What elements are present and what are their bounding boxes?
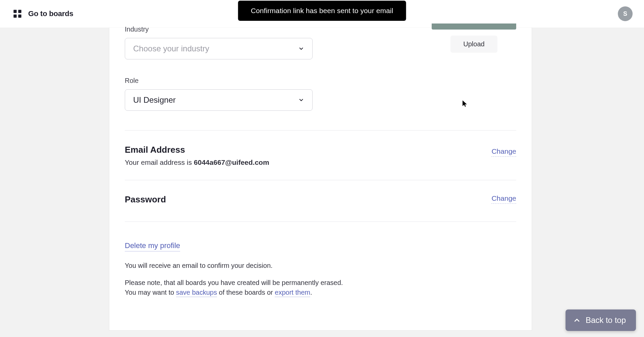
toast-notification: Confirmation link has been sent to your … [238,1,406,21]
email-line: Your email address is 6044a667@uifeed.co… [125,158,516,166]
svg-rect-1 [18,10,21,13]
role-label: Role [125,77,516,85]
delete-warn-2b: of these boards or [217,289,275,296]
go-to-boards-label: Go to boards [28,9,73,18]
password-section: Password Change [125,180,516,222]
avatar[interactable]: S [618,6,633,21]
email-heading: Email Address [125,145,516,155]
chevron-down-icon [298,46,304,52]
chevron-up-icon [573,316,581,324]
svg-rect-0 [13,10,16,13]
back-to-top-label: Back to top [586,316,626,325]
delete-warn-2c: . [310,289,312,296]
delete-confirm-note: You will receive an email to confirm you… [125,261,516,271]
export-them-link[interactable]: export them [275,289,310,297]
delete-warning: Please note, that all boards you have cr… [125,278,516,297]
change-email-link[interactable]: Change [491,147,516,157]
upload-column: Upload [432,23,516,53]
back-to-top-button[interactable]: Back to top [566,309,636,331]
password-heading: Password [125,194,516,205]
email-section: Email Address Your email address is 6044… [125,131,516,180]
delete-warn-line1: Please note, that all boards you have cr… [125,279,343,286]
delete-section: Delete my profile You will receive an em… [125,222,516,297]
role-select[interactable]: UI Designer [125,89,313,111]
go-to-boards-link[interactable]: Go to boards [13,9,73,18]
save-backups-link[interactable]: save backups [176,289,217,297]
delete-profile-link[interactable]: Delete my profile [125,241,180,251]
delete-warn-2a: You may want to [125,289,176,296]
profile-image-preview [432,23,516,30]
svg-rect-3 [18,14,21,17]
change-password-link[interactable]: Change [491,194,516,204]
email-prefix: Your email address is [125,158,194,166]
chevron-down-icon [298,97,304,103]
upload-button-label: Upload [463,40,484,48]
svg-rect-2 [13,14,16,17]
industry-placeholder: Choose your industry [133,44,209,53]
boards-grid-icon [13,9,22,18]
email-address: 6044a667@uifeed.com [194,158,269,166]
industry-select[interactable]: Choose your industry [125,38,313,59]
upload-button[interactable]: Upload [450,36,497,53]
settings-card: Industry Choose your industry Role UI De… [109,28,532,330]
role-value: UI Designer [133,95,176,105]
avatar-initial: S [623,10,627,17]
toast-message: Confirmation link has been sent to your … [251,7,393,14]
